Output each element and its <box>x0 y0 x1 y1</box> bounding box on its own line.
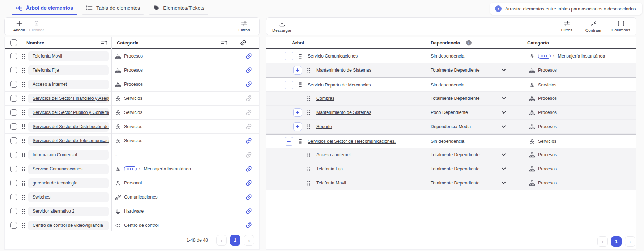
element-name-link[interactable]: Servidor alternativo 2 <box>33 209 74 214</box>
drag-handle-icon[interactable] <box>298 54 302 59</box>
row-checkbox[interactable] <box>10 152 17 158</box>
dependency-chevron-down-icon[interactable] <box>502 69 506 72</box>
link-icon[interactable] <box>238 222 259 229</box>
right-filters-button[interactable]: Filtros <box>558 21 575 33</box>
prev-page-button[interactable]: ‹ <box>216 235 227 246</box>
element-name-link[interactable]: Servicios del Sector de Telecomunicacion… <box>33 138 109 143</box>
link-icon[interactable] <box>238 179 259 187</box>
drag-handle-icon[interactable] <box>22 96 25 101</box>
row-checkbox[interactable] <box>10 53 17 59</box>
drag-handle-icon[interactable] <box>307 152 311 158</box>
row-checkbox[interactable] <box>10 194 17 200</box>
next-page-button[interactable]: › <box>625 236 635 247</box>
drag-handle-icon[interactable] <box>22 82 25 87</box>
columns-button[interactable]: Columnas <box>611 21 630 33</box>
drag-handle-icon[interactable] <box>307 124 311 129</box>
element-name-link[interactable]: Servicios del Sector de Distribución de … <box>33 124 109 129</box>
element-name-link[interactable]: Soporte <box>316 124 332 129</box>
select-all-checkbox[interactable] <box>10 39 17 46</box>
collapse-node-button[interactable] <box>285 137 293 146</box>
unlink-icon[interactable] <box>238 109 259 116</box>
row-checkbox[interactable] <box>10 208 17 214</box>
prev-page-button[interactable]: ‹ <box>597 236 608 247</box>
drag-handle-icon[interactable] <box>307 68 311 73</box>
page-1-button[interactable]: 1 <box>611 236 622 247</box>
element-name-link[interactable]: Mantenimiento de Sistemas <box>316 68 371 73</box>
element-name-link[interactable]: Servicio Reparto de Mercancias <box>308 82 371 88</box>
category-overflow-pill[interactable] <box>124 166 137 171</box>
element-name-link[interactable]: Telefonía Fija <box>33 68 59 73</box>
element-name-link[interactable]: Servicios del Sector de Telecomunicacion… <box>308 139 396 144</box>
expand-node-button[interactable] <box>293 122 302 131</box>
drag-handle-icon[interactable] <box>22 195 25 200</box>
element-name-link[interactable]: Servicio Comunicaciones <box>308 54 358 59</box>
delete-button[interactable]: Eliminar <box>28 21 45 32</box>
element-name-link[interactable]: Telefonía Movil <box>33 54 62 59</box>
drag-handle-icon[interactable] <box>22 138 25 144</box>
next-page-button[interactable]: › <box>244 235 254 246</box>
dependency-chevron-down-icon[interactable] <box>502 111 506 114</box>
unlink-icon[interactable] <box>238 151 259 158</box>
dependency-chevron-down-icon[interactable] <box>502 153 506 156</box>
row-checkbox[interactable] <box>10 180 17 186</box>
unlink-icon[interactable] <box>238 95 259 102</box>
element-name-link[interactable]: Telefonía Fija <box>316 166 343 171</box>
dependency-chevron-down-icon[interactable] <box>502 182 506 184</box>
category-overflow-pill[interactable] <box>538 54 551 59</box>
element-name-link[interactable]: gerencia de tecnología <box>33 180 77 186</box>
element-name-link[interactable]: Compras <box>316 96 334 101</box>
link-icon[interactable] <box>238 165 259 173</box>
collapse-node-button[interactable] <box>285 52 293 60</box>
dependency-chevron-down-icon[interactable] <box>502 125 506 128</box>
dependency-chevron-down-icon[interactable] <box>502 97 506 100</box>
drag-handle-icon[interactable] <box>22 110 25 115</box>
page-1-button[interactable]: 1 <box>230 235 240 246</box>
drag-handle-icon[interactable] <box>22 54 25 59</box>
collapse-node-button[interactable] <box>285 81 293 89</box>
drag-handle-icon[interactable] <box>22 223 25 228</box>
row-checkbox[interactable] <box>10 67 17 73</box>
collapse-all-button[interactable]: Contraer <box>585 21 602 33</box>
drag-handle-icon[interactable] <box>298 82 302 88</box>
link-icon[interactable] <box>238 52 259 60</box>
drag-handle-icon[interactable] <box>22 68 25 73</box>
link-icon[interactable] <box>238 193 259 201</box>
drag-handle-icon[interactable] <box>307 110 311 115</box>
element-name-link[interactable]: Acceso a internet <box>33 82 67 87</box>
row-checkbox[interactable] <box>10 81 17 88</box>
element-name-link[interactable]: Centro de control de videovigilancia <box>33 223 103 228</box>
row-checkbox[interactable] <box>10 222 17 229</box>
element-name-link[interactable]: Switches <box>33 195 50 200</box>
drag-handle-icon[interactable] <box>22 209 25 214</box>
element-name-link[interactable]: Acceso a internet <box>316 152 351 157</box>
row-checkbox[interactable] <box>10 109 17 116</box>
unlink-icon[interactable] <box>238 123 259 130</box>
drag-handle-icon[interactable] <box>307 166 311 172</box>
link-icon[interactable] <box>238 67 259 74</box>
link-icon[interactable] <box>238 81 259 88</box>
link-icon[interactable] <box>238 208 259 215</box>
sort-nombre-icon[interactable] <box>101 40 108 45</box>
element-name-link[interactable]: Servicio Comunicaciones <box>33 166 82 171</box>
element-name-link[interactable]: Servicios del Sector Público y Gobierno. <box>33 110 109 115</box>
left-filters-button[interactable]: Filtros <box>235 21 253 32</box>
element-name-link[interactable]: Mantenimiento de Sistemas <box>316 110 371 115</box>
link-icon[interactable] <box>238 137 259 144</box>
tab-elementos-tickets[interactable]: Elementos/Tickets <box>149 0 208 16</box>
row-checkbox[interactable] <box>10 137 17 144</box>
drag-handle-icon[interactable] <box>22 152 25 158</box>
download-button[interactable]: Descargar <box>272 21 291 33</box>
expand-node-button[interactable] <box>293 66 302 75</box>
row-checkbox[interactable] <box>10 123 17 130</box>
drag-handle-icon[interactable] <box>22 180 25 186</box>
row-checkbox[interactable] <box>10 166 17 172</box>
tab-tabla-de-elementos[interactable]: Tabla de elementos <box>82 0 144 16</box>
element-name-link[interactable]: Servicios del Sector Financiero y Asegur… <box>33 96 109 101</box>
element-name-link[interactable]: Información Comercial <box>33 152 77 157</box>
drag-handle-icon[interactable] <box>22 166 25 172</box>
drag-handle-icon[interactable] <box>307 96 311 101</box>
drag-handle-icon[interactable] <box>298 139 302 144</box>
add-button[interactable]: Añadir <box>10 21 28 32</box>
tab-arbol-de-elementos[interactable]: Árbol de elementos <box>12 0 77 16</box>
dependency-chevron-down-icon[interactable] <box>502 167 506 170</box>
